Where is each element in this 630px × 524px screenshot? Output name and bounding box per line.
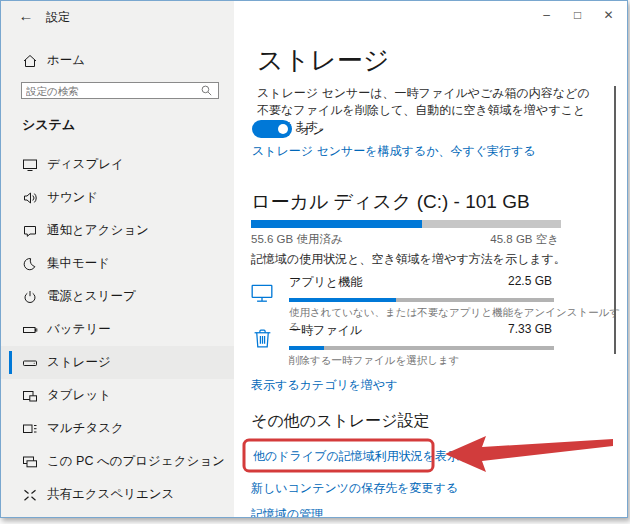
category-size: 7.33 GB	[508, 322, 552, 336]
battery-icon	[22, 322, 38, 338]
power-icon	[22, 289, 38, 305]
sidebar-item-label: ストレージ	[47, 354, 111, 371]
sidebar-item-label: 電源とスリープ	[47, 288, 136, 305]
sidebar-item-label: タブレット	[47, 387, 111, 404]
sidebar-item-sound[interactable]: サウンド	[1, 181, 234, 214]
notifications-icon	[22, 223, 38, 239]
sidebar-item-multitasking[interactable]: マルチタスク	[1, 412, 234, 445]
app-title: 設定	[46, 9, 70, 26]
sidebar: ホーム システム ディスプレイ サウンド 通知とアクション 集中モード	[1, 1, 234, 517]
category-size: 22.5 GB	[508, 274, 552, 288]
change-save-location-link[interactable]: 新しいコンテンツの保存先を変更する	[251, 480, 458, 497]
sidebar-item-notifications[interactable]: 通知とアクション	[1, 214, 234, 247]
other-storage-settings-header: その他のストレージ設定	[251, 411, 430, 432]
disk-usage-fill	[251, 220, 422, 228]
maximize-button[interactable]: □	[562, 1, 593, 29]
manage-storage-spaces-link[interactable]: 記憶域の管理	[251, 506, 323, 518]
view-other-drives-link[interactable]: 他のドライブの記憶域利用状況を表示する	[253, 448, 484, 465]
storage-sense-toggle[interactable]	[252, 120, 292, 138]
sidebar-item-label: 集中モード	[47, 255, 110, 272]
category-row-apps[interactable]: アプリと機能	[289, 274, 362, 291]
show-more-categories-link[interactable]: 表示するカテゴリを増やす	[251, 377, 398, 394]
toggle-state-label: オン	[300, 122, 325, 139]
sidebar-item-label: ディスプレイ	[47, 156, 124, 173]
toggle-knob	[278, 124, 288, 134]
category-bar-fill	[289, 346, 324, 350]
caption-buttons: – □ ✕	[531, 1, 624, 29]
display-icon	[22, 157, 38, 173]
category-description: 削除する一時ファイルを選択します	[289, 354, 459, 368]
sound-icon	[22, 190, 38, 206]
search-input[interactable]	[22, 85, 200, 97]
search-icon	[200, 84, 214, 98]
sidebar-item-label: サウンド	[47, 189, 98, 206]
sidebar-item-power-sleep[interactable]: 電源とスリープ	[1, 280, 234, 313]
sidebar-item-label: この PC へのプロジェクション	[47, 453, 225, 470]
category-bar	[289, 298, 554, 302]
sidebar-item-shared-experiences[interactable]: 共有エクスペリエンス	[1, 478, 234, 511]
shared-experiences-icon	[22, 487, 38, 503]
configure-storage-sense-link[interactable]: ストレージ センサーを構成するか、今すぐ実行する	[252, 143, 536, 160]
disk-used-label: 55.6 GB 使用済み	[251, 232, 343, 247]
sidebar-item-home[interactable]: ホーム	[22, 52, 85, 69]
sidebar-item-projecting[interactable]: この PC へのプロジェクション	[1, 445, 234, 478]
page-title: ストレージ	[257, 43, 389, 78]
trash-icon	[251, 327, 274, 350]
disk-usage-bar	[251, 220, 561, 228]
home-icon	[22, 53, 38, 69]
sidebar-item-label: 通知とアクション	[47, 222, 149, 239]
projection-icon	[22, 454, 38, 470]
settings-window: ホーム システム ディスプレイ サウンド 通知とアクション 集中モード	[0, 0, 628, 518]
minimize-button[interactable]: –	[531, 1, 562, 29]
sidebar-item-label: バッテリー	[47, 321, 111, 338]
category-bar	[289, 346, 554, 350]
storage-icon	[22, 355, 38, 371]
sidebar-item-label: 共有エクスペリエンス	[47, 486, 174, 503]
sidebar-item-display[interactable]: ディスプレイ	[1, 148, 234, 181]
sidebar-home-label: ホーム	[47, 52, 85, 69]
sidebar-item-storage[interactable]: ストレージ	[1, 346, 234, 379]
category-bar-fill	[289, 298, 396, 302]
disk-free-label: 45.8 GB 空き	[490, 232, 559, 247]
sidebar-item-tablet[interactable]: タブレット	[1, 379, 234, 412]
close-button[interactable]: ✕	[593, 1, 624, 29]
focus-assist-icon	[22, 256, 38, 272]
sidebar-section-system: システム	[22, 116, 75, 134]
sidebar-item-label: マルチタスク	[47, 420, 124, 437]
multitask-icon	[22, 421, 38, 437]
settings-search-box[interactable]	[21, 82, 219, 99]
disk-heading: ローカル ディスク (C:) - 101 GB	[251, 189, 530, 215]
tablet-icon	[22, 388, 38, 404]
back-button[interactable]: ←	[13, 5, 39, 27]
scrollbar-thumb[interactable]	[614, 86, 616, 354]
sidebar-nav: ディスプレイ サウンド 通知とアクション 集中モード 電源とスリープ バッテリー	[1, 148, 234, 511]
sidebar-item-battery[interactable]: バッテリー	[1, 313, 234, 346]
apps-icon	[250, 281, 274, 305]
sidebar-item-focus-assist[interactable]: 集中モード	[1, 247, 234, 280]
title-bar: ← 設定 – □ ✕	[1, 1, 627, 31]
category-row-temp-files[interactable]: 一時ファイル	[289, 322, 362, 339]
usage-note: 記憶域の使用状況と、空き領域を増やす方法を示します。	[251, 251, 566, 268]
main-content: ストレージ ストレージ センサーは、一時ファイルやごみ箱の内容などの不要なファイ…	[234, 1, 627, 517]
